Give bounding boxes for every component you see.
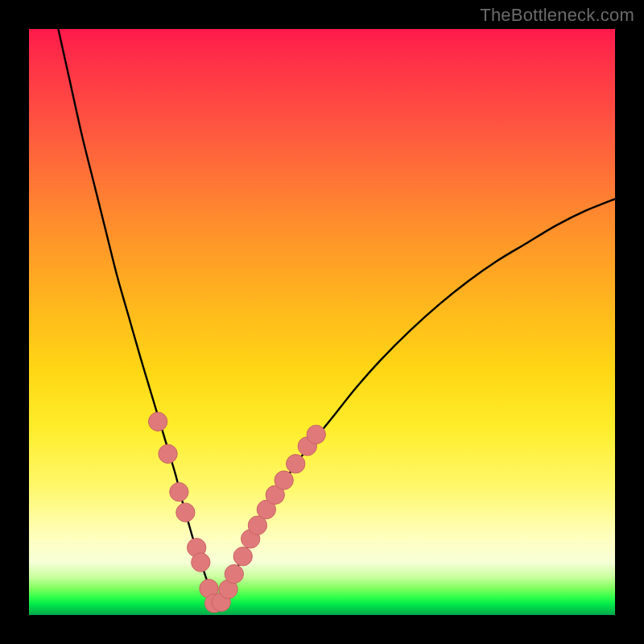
data-marker [149, 412, 167, 431]
data-marker [233, 547, 252, 566]
data-marker [275, 471, 293, 489]
data-marker [170, 482, 188, 501]
chart-overlay [29, 29, 615, 615]
watermark-text: TheBottleneck.com [480, 5, 634, 26]
data-marker [176, 503, 195, 522]
data-marker [307, 425, 325, 444]
marker-layer [149, 412, 326, 613]
chart-frame: TheBottleneck.com [0, 0, 644, 644]
data-marker [287, 455, 305, 473]
curve-right [215, 199, 615, 606]
plot-area [29, 29, 615, 615]
data-marker [192, 553, 210, 572]
data-marker [225, 564, 243, 583]
data-marker [159, 444, 177, 463]
